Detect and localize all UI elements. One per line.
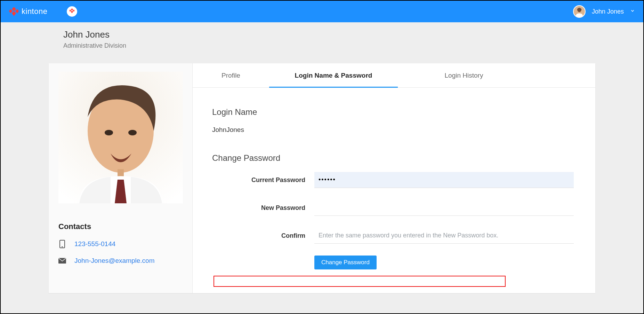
tab-login-history[interactable]: Login History bbox=[398, 63, 530, 87]
tab-login-password[interactable]: Login Name & Password bbox=[269, 63, 398, 87]
kintone-logo-icon bbox=[9, 7, 19, 16]
chevron-down-icon bbox=[630, 8, 635, 15]
phone-icon bbox=[58, 240, 66, 249]
confirm-password-input[interactable] bbox=[314, 228, 574, 244]
confirm-password-row: Confirm bbox=[212, 228, 576, 244]
home-button[interactable] bbox=[67, 6, 77, 17]
topbar-left: kintone bbox=[9, 6, 77, 17]
page-title: John Jones bbox=[63, 29, 643, 40]
new-password-input[interactable] bbox=[314, 200, 574, 216]
tab-content: Login Name JohnJones Change Password Cur… bbox=[193, 88, 595, 283]
email-link[interactable]: John-Jones@example.com bbox=[74, 257, 155, 265]
brand-logo[interactable]: kintone bbox=[9, 7, 47, 16]
svg-marker-6 bbox=[73, 9, 75, 11]
tab-bar: Profile Login Name & Password Login Hist… bbox=[193, 63, 595, 88]
highlight-annotation bbox=[214, 276, 506, 287]
change-password-button[interactable]: Change Password bbox=[314, 256, 377, 269]
current-password-input[interactable] bbox=[314, 172, 574, 188]
tab-profile[interactable]: Profile bbox=[193, 63, 269, 87]
change-password-heading: Change Password bbox=[212, 153, 576, 163]
svg-marker-0 bbox=[12, 7, 16, 11]
phone-link[interactable]: 123-555-0144 bbox=[74, 240, 115, 248]
svg-point-12 bbox=[128, 130, 137, 135]
contact-phone-row: 123-555-0144 bbox=[58, 240, 183, 249]
login-name-value: JohnJones bbox=[212, 126, 576, 134]
svg-marker-7 bbox=[71, 10, 73, 13]
contact-email-row: John-Jones@example.com bbox=[58, 257, 183, 265]
svg-marker-1 bbox=[9, 9, 13, 13]
svg-marker-2 bbox=[15, 9, 19, 13]
profile-photo bbox=[58, 72, 183, 203]
brand-name: kintone bbox=[22, 7, 47, 16]
svg-marker-4 bbox=[71, 8, 73, 10]
page-header: John Jones Administrative Division bbox=[1, 22, 643, 52]
svg-marker-5 bbox=[70, 9, 71, 11]
email-icon bbox=[58, 258, 66, 264]
user-name-label: John Jones bbox=[592, 8, 624, 15]
new-password-label: New Password bbox=[212, 204, 314, 212]
profile-sidebar: Contacts 123-555-0144 John-Jones@example… bbox=[49, 63, 193, 293]
kintone-small-icon bbox=[69, 8, 75, 15]
user-menu[interactable]: John Jones bbox=[573, 5, 635, 18]
contacts-heading: Contacts bbox=[58, 222, 183, 231]
page-subtitle: Administrative Division bbox=[63, 42, 643, 49]
main-card: Contacts 123-555-0144 John-Jones@example… bbox=[49, 63, 595, 293]
profile-main: Profile Login Name & Password Login Hist… bbox=[193, 63, 595, 293]
topbar: kintone John Jones bbox=[1, 1, 643, 22]
svg-marker-3 bbox=[12, 11, 16, 16]
confirm-password-label: Confirm bbox=[212, 232, 314, 240]
avatar bbox=[573, 5, 586, 18]
new-password-row: New Password bbox=[212, 200, 576, 216]
login-name-heading: Login Name bbox=[212, 107, 576, 117]
current-password-label: Current Password bbox=[212, 176, 314, 184]
svg-point-11 bbox=[105, 130, 113, 135]
current-password-row: Current Password bbox=[212, 172, 576, 188]
button-row: Change Password bbox=[212, 256, 576, 269]
